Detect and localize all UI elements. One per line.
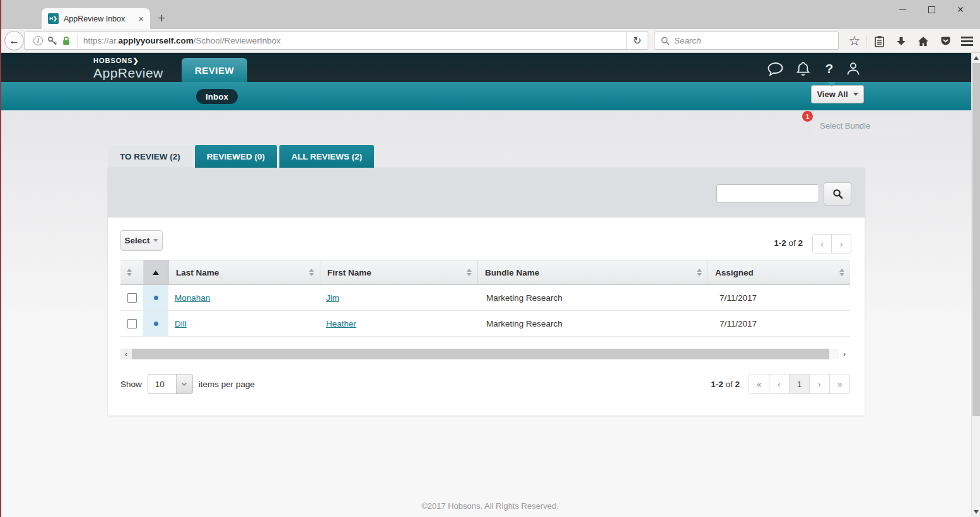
sort-icon bbox=[309, 269, 314, 276]
url-bar[interactable]: i https://ar.applyyourself.com/School/Re… bbox=[24, 32, 648, 50]
account-person-icon[interactable] bbox=[843, 59, 864, 78]
scroll-right-button[interactable]: › bbox=[839, 349, 850, 359]
tab-reviewed[interactable]: REVIEWED (0) bbox=[195, 145, 277, 168]
first-name-link[interactable]: Heather bbox=[320, 319, 356, 328]
grid-search-input[interactable] bbox=[716, 184, 819, 203]
bundle-cell: Marketing Research bbox=[477, 285, 708, 310]
next-page-button[interactable]: › bbox=[809, 374, 830, 394]
home-icon[interactable] bbox=[913, 31, 934, 51]
header-last-name[interactable]: Last Name bbox=[168, 260, 320, 284]
first-name-link[interactable]: Jim bbox=[320, 293, 339, 303]
help-icon[interactable]: ? bbox=[819, 59, 840, 78]
bundle-cell: Marketing Research bbox=[477, 311, 708, 336]
last-name-link[interactable]: Dill bbox=[168, 319, 187, 328]
last-name-cell: Monahan bbox=[168, 285, 320, 310]
tab-close-icon[interactable]: × bbox=[138, 14, 144, 23]
bookmark-star-icon[interactable]: ☆ bbox=[844, 31, 865, 51]
prev-page-button[interactable]: ‹ bbox=[769, 374, 790, 394]
close-button[interactable]: × bbox=[946, 0, 975, 19]
view-all-dropdown[interactable]: View All bbox=[811, 85, 864, 103]
header-select-column[interactable] bbox=[120, 260, 143, 284]
page-info-icon[interactable]: i bbox=[33, 36, 43, 45]
prev-page-button[interactable]: ‹ bbox=[812, 234, 832, 253]
pocket-icon[interactable] bbox=[935, 31, 956, 51]
reading-list-icon[interactable] bbox=[868, 31, 890, 51]
assigned-cell: 7/11/2017 bbox=[708, 285, 850, 310]
grid-search-button[interactable] bbox=[824, 182, 851, 206]
view-all-label: View All bbox=[817, 90, 848, 99]
show-label: Show bbox=[120, 380, 142, 389]
nav-tab-review[interactable]: REVIEW bbox=[182, 58, 247, 82]
hobsons-logo-text: HOBSONS❯ bbox=[93, 57, 163, 65]
page-size-value: 10 bbox=[148, 375, 176, 393]
secure-lock-icon[interactable] bbox=[61, 36, 71, 46]
maximize-icon bbox=[928, 6, 935, 13]
next-page-button[interactable]: › bbox=[832, 234, 851, 253]
row-checkbox[interactable] bbox=[127, 319, 137, 328]
bundle-caret-icon bbox=[827, 82, 836, 86]
notifications-bell-icon[interactable] bbox=[792, 59, 814, 78]
inbox-panel: Select 1-2 of 2 ‹ › Last Name Fi bbox=[108, 168, 865, 415]
row-status-cell bbox=[143, 285, 168, 310]
subnav-item-inbox[interactable]: Inbox bbox=[196, 89, 238, 104]
appreview-logo-text: AppReview bbox=[93, 66, 163, 81]
messages-icon[interactable] bbox=[764, 59, 786, 78]
tab-to-review[interactable]: TO REVIEW (2) bbox=[108, 145, 192, 168]
scroll-down-icon[interactable] bbox=[974, 510, 979, 514]
sort-ascending-icon bbox=[153, 270, 159, 275]
first-page-button[interactable]: « bbox=[749, 374, 769, 394]
last-page-button[interactable]: » bbox=[829, 374, 850, 394]
items-per-page-label: items per page bbox=[199, 380, 255, 389]
browser-search-bar[interactable] bbox=[655, 32, 839, 50]
assigned-cell: 7/11/2017 bbox=[708, 311, 850, 336]
new-tab-button[interactable]: + bbox=[158, 11, 165, 26]
back-button[interactable]: ← bbox=[4, 31, 24, 50]
header-status-column-sorted[interactable] bbox=[143, 260, 168, 284]
scrollbar-thumb[interactable] bbox=[132, 349, 829, 359]
review-tabs: TO REVIEW (2) REVIEWED (0) ALL REVIEWS (… bbox=[108, 145, 374, 168]
page-size-select[interactable]: 10 bbox=[148, 374, 193, 394]
row-status-cell bbox=[143, 311, 168, 336]
row-checkbox-cell bbox=[120, 285, 143, 310]
header-first-name[interactable]: First Name bbox=[320, 260, 477, 284]
minimize-button[interactable] bbox=[888, 0, 917, 19]
first-name-cell: Heather bbox=[320, 311, 477, 336]
window-edge-strip bbox=[0, 0, 1, 517]
page-size-control: Show 10 items per page bbox=[120, 374, 255, 394]
browser-tab[interactable]: H❯ AppReview Inbox × bbox=[42, 8, 150, 29]
select-dropdown-button[interactable]: Select bbox=[120, 230, 163, 251]
first-name-cell: Jim bbox=[320, 285, 477, 310]
sort-icon bbox=[127, 269, 132, 276]
downloads-icon[interactable] bbox=[890, 31, 912, 51]
sort-icon bbox=[697, 269, 702, 276]
page-background: TO REVIEW (2) REVIEWED (0) ALL REVIEWS (… bbox=[0, 110, 980, 517]
url-text: https://ar.applyyourself.com/School/Revi… bbox=[83, 36, 281, 45]
header-bundle-name[interactable]: Bundle Name bbox=[477, 260, 708, 284]
row-checkbox[interactable] bbox=[127, 293, 137, 303]
tab-all-reviews[interactable]: ALL REVIEWS (2) bbox=[279, 145, 374, 168]
last-name-link[interactable]: Monahan bbox=[168, 293, 210, 303]
maximize-button[interactable] bbox=[917, 0, 946, 19]
horizontal-scrollbar[interactable]: ‹ › bbox=[120, 349, 850, 359]
select-label: Select bbox=[125, 236, 150, 245]
app-logo: HOBSONS❯ AppReview bbox=[93, 57, 163, 81]
scroll-left-button[interactable]: ‹ bbox=[120, 349, 132, 359]
chevron-down-icon bbox=[176, 375, 192, 393]
browser-search-input[interactable] bbox=[674, 36, 838, 45]
select-bundle-label: Select Bundle bbox=[812, 115, 913, 136]
scrollbar-thumb[interactable] bbox=[972, 63, 980, 416]
key-icon[interactable] bbox=[47, 36, 57, 46]
reload-button[interactable]: ↻ bbox=[626, 32, 648, 49]
menu-icon[interactable] bbox=[956, 31, 977, 51]
sort-icon bbox=[467, 269, 472, 276]
divider bbox=[77, 35, 78, 47]
header-assigned[interactable]: Assigned bbox=[708, 260, 850, 284]
browser-titlebar: H❯ AppReview Inbox × + × bbox=[0, 0, 980, 29]
favicon-icon: H❯ bbox=[48, 13, 59, 24]
row-checkbox-cell bbox=[120, 311, 143, 336]
vertical-scrollbar[interactable] bbox=[971, 53, 980, 517]
app-header: HOBSONS❯ AppReview REVIEW Select Bundle … bbox=[0, 53, 980, 82]
unread-dot-icon bbox=[154, 322, 158, 326]
current-page-button[interactable]: 1 bbox=[789, 374, 810, 394]
scroll-up-icon[interactable] bbox=[974, 56, 979, 60]
